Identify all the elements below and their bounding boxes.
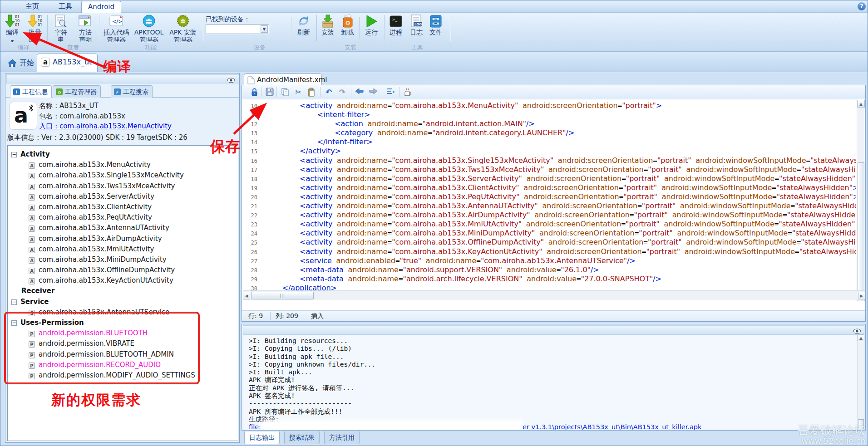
apk-installer-manager-button[interactable]: APK 安装 管理器 [167, 14, 199, 42]
tree-item[interactable]: Acom.airoha.ab153x.MenuActivity [8, 160, 238, 170]
log-output[interactable]: >I: Building resources...>I: Copying lib… [243, 334, 858, 430]
code-line[interactable]: <activity android:name="com.airoha.ab153… [265, 211, 856, 219]
menu-home[interactable]: 主页 [25, 2, 39, 11]
visibility-toggle-icon[interactable] [227, 76, 235, 85]
string-viewer-button[interactable]: 字符 串 [50, 14, 72, 42]
process-button[interactable]: >_ 进程 [386, 14, 406, 42]
code-line[interactable]: </activity> [265, 147, 341, 155]
svg-text:01: 01 [38, 23, 42, 27]
code-line[interactable]: <service android:enabled="true" android:… [265, 256, 636, 265]
status-line: 行: 9 [248, 312, 263, 320]
code-line[interactable]: <meta-data android:name="android.support… [265, 265, 599, 274]
search-icon: ⌕ [114, 88, 121, 95]
code-line[interactable]: <meta-data android:name="android.arch.li… [265, 274, 661, 283]
tab-project-ab153x[interactable]: a AB153x_ut [37, 54, 98, 72]
lock-icon[interactable] [249, 88, 259, 97]
paste-icon[interactable] [306, 88, 316, 97]
tab-start[interactable]: 开始 [4, 55, 39, 72]
redo-icon[interactable]: ↷ [337, 88, 347, 97]
app-entry-link[interactable]: 入口：com.airoha.ab153x.MenuActivity [39, 122, 172, 131]
batch-compile-button[interactable]: 011001 批量 编译 [24, 14, 46, 42]
tree-item[interactable]: Acom.airoha.ab153x.MmiUtActivity [8, 244, 238, 255]
chevron-down-icon[interactable]: ▼ [261, 25, 268, 33]
code-line[interactable]: <activity android:name="com.airoha.ab153… [265, 229, 856, 237]
code-editor[interactable]: 10 <activity android:name="com.airoha.ab… [243, 100, 856, 301]
refresh-button[interactable]: 刷新 [293, 14, 315, 42]
line-number: 10 [243, 102, 265, 111]
collapse-icon[interactable]: − [11, 152, 17, 157]
tab-method-references[interactable]: 方法引用 [324, 431, 360, 444]
files-button[interactable]: 文件 [426, 14, 445, 42]
collapse-icon[interactable]: − [11, 299, 17, 305]
tab-log-output[interactable]: 日志输出 [244, 431, 280, 444]
code-line[interactable]: <activity android:name="com.airoha.ab153… [265, 220, 856, 228]
code-line[interactable]: <activity android:name="com.airoha.ab153… [265, 101, 662, 110]
tree-item[interactable]: Acom.airoha.ab153x.Tws153xMceActivity [8, 181, 238, 191]
code-line[interactable]: <activity android:name="com.airoha.ab153… [265, 247, 856, 256]
scrollbar-thumb[interactable]: ||| [251, 292, 314, 299]
tree-section-activity[interactable]: −Activity [8, 149, 238, 160]
uninstall-button[interactable]: ♻ 卸载 [338, 14, 357, 42]
tree-item[interactable]: Acom.airoha.ab153x.AntennaUTActivity [8, 223, 238, 233]
menu-tools[interactable]: 工具 [59, 2, 72, 11]
undo-icon[interactable]: ↶ [324, 88, 334, 97]
code-line[interactable]: <activity android:name="com.airoha.ab153… [265, 156, 856, 165]
menu-tab-android[interactable]: Android [81, 1, 121, 13]
copy-icon[interactable] [280, 88, 290, 97]
document-icon [247, 76, 255, 84]
code-line[interactable]: <activity android:name="com.airoha.ab153… [265, 192, 856, 201]
tree-item[interactable]: Acom.airoha.ab153x.Single153xMceActivity [8, 170, 238, 181]
tree-item[interactable]: Acom.airoha.ab153x.PeqUtActivity [8, 212, 238, 223]
tab-androidmanifest[interactable]: AndroidManifest.xml [244, 74, 322, 85]
format-icon[interactable] [385, 88, 395, 97]
java-cup-icon[interactable] [403, 88, 413, 97]
code-line[interactable]: <action android:name="android.intent.act… [265, 119, 535, 128]
scroll-left-icon[interactable]: ◀ [243, 292, 250, 299]
install-button[interactable]: 安装 [318, 14, 337, 42]
method-declaration-button[interactable]: 方法 声明 [74, 14, 96, 42]
log-line: >I: Building apk file... [249, 353, 858, 361]
tree-section-receiver[interactable]: Receiver [8, 286, 238, 296]
insert-code-manager-button[interactable]: </> 插入代码 管理器 [100, 14, 132, 42]
help-icon[interactable]: ? [858, 2, 866, 10]
code-line[interactable]: </intent-filter> [265, 137, 373, 146]
svg-text:</>: </> [112, 19, 122, 25]
apktool-manager-button[interactable]: APKTOOL 管理器 [133, 14, 165, 42]
vertical-scrollbar[interactable]: ▲ ▼ [857, 100, 864, 301]
tree-item[interactable]: Acom.airoha.ab153x.KeyActionUtActivity [8, 275, 238, 286]
compile-button[interactable]: 011001 编译 ▼ [1, 14, 23, 42]
tab-search-results[interactable]: 搜索结果 [284, 431, 320, 444]
scroll-right-icon[interactable]: ▶ [858, 292, 865, 299]
forward-arrow-icon[interactable] [368, 88, 378, 97]
tab-project-manager[interactable]: ⌂ 工程管理器 [53, 85, 101, 98]
tab-project-search[interactable]: ⌕ 工程搜索 [111, 85, 153, 98]
scroll-up-icon[interactable]: ▲ [858, 334, 864, 341]
tree-item[interactable]: Acom.airoha.ab153x.MiniDumpActivity [8, 255, 238, 265]
code-line[interactable]: <category android:name="android.intent.c… [265, 128, 574, 137]
logcat-button[interactable]: LOG 日志 [407, 14, 426, 42]
tree-section-service[interactable]: −Service [8, 297, 238, 307]
run-button[interactable]: 运行 [361, 14, 382, 42]
ribbon-separator [47, 15, 48, 41]
tab-project-info[interactable]: i 工程信息 [10, 85, 52, 98]
log-scrollbar[interactable]: ▲ [857, 334, 864, 430]
back-arrow-icon[interactable] [355, 88, 365, 97]
code-line[interactable]: <intent-filter> [265, 110, 370, 119]
device-select[interactable]: ▼ [206, 24, 269, 34]
code-line[interactable]: <activity android:name="com.airoha.ab153… [265, 183, 856, 192]
code-line[interactable]: <activity android:name="com.airoha.ab153… [265, 201, 856, 210]
horizontal-scrollbar[interactable]: ◀ ||| ▶ [243, 290, 865, 300]
code-line[interactable]: <activity android:name="com.airoha.ab153… [265, 174, 856, 183]
tree-item[interactable]: Acom.airoha.ab153x.ClientActivity [8, 202, 238, 212]
tree-item[interactable]: Acom.airoha.ab153x.AirDumpActivity [8, 234, 238, 244]
project-panel: i 工程信息 ⌂ 工程管理器 ⌕ 工程搜索 a 名称：AB153x_UT 包名：… [5, 73, 240, 443]
save-icon[interactable] [265, 88, 275, 97]
code-line[interactable]: <activity android:name="com.airoha.ab153… [265, 238, 856, 246]
tree-item[interactable]: Acom.airoha.ab153x.OfflineDumpActivity [8, 265, 238, 275]
code-line[interactable]: <activity android:name="com.airoha.ab153… [265, 165, 856, 174]
cut-icon[interactable]: ✂ [293, 88, 303, 97]
scrollbar-thumb[interactable] [858, 162, 864, 299]
output-path-link[interactable]: file:er v1.3.1\projects\AB153x_ut\Bin\AB… [249, 423, 858, 430]
scroll-up-icon[interactable]: ▲ [857, 100, 865, 108]
tree-item[interactable]: Acom.airoha.ab153x.ServerActivity [8, 191, 238, 202]
